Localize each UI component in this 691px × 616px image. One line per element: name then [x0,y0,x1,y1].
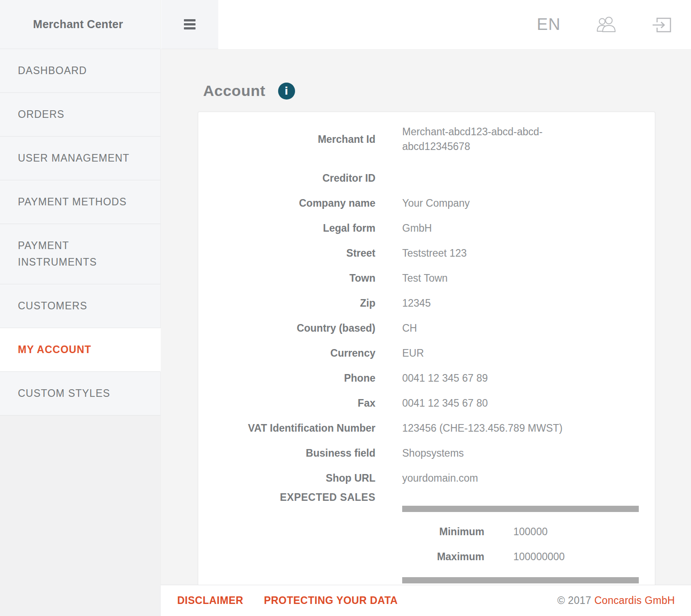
sidebar-item-custom-styles[interactable]: CUSTOM STYLES [0,372,161,416]
field-value: Test Town [402,271,448,286]
field-row-vat-identification-number: VAT Identification Number123456 (CHE-123… [198,416,655,441]
logout-icon[interactable] [652,15,672,34]
sidebar-item-label: USER MANAGEMENT [18,150,129,166]
field-value: CH [402,321,417,336]
field-label: Phone [198,371,375,385]
language-selector[interactable]: EN [537,15,561,34]
field-value: GmbH [402,221,432,236]
sidebar-item-label: DASHBOARD [18,62,87,79]
maximum-value: 100000000 [513,551,565,563]
field-row-country-based: Country (based)CH [198,316,655,341]
expected-sales-content: Minimum 100000 Maximum 100000000 [402,491,655,585]
disclaimer-link[interactable]: DISCLAIMER [177,595,243,607]
field-row-zip: Zip12345 [198,291,655,316]
copyright-prefix: © 2017 [557,595,594,606]
expected-sales-label: EXPECTED SALES [198,491,375,504]
sidebar-item-label: ORDERS [18,106,64,123]
sidebar-item-dashboard[interactable]: DASHBOARD [0,49,161,93]
sidebar-filler [0,416,161,616]
minimum-row: Minimum 100000 [402,519,639,544]
menu-toggle-button[interactable] [161,0,218,49]
app-title-container: Merchant Center [0,0,161,49]
field-row-phone: Phone0041 12 345 67 89 [198,366,655,391]
footer-links: DISCLAIMER PROTECTING YOUR DATA [177,595,398,607]
sidebar: Merchant Center DASHBOARDORDERSUSER MANA… [0,0,161,616]
minimum-value: 100000 [513,526,548,538]
sidebar-item-payment-methods[interactable]: PAYMENT METHODS [0,180,161,224]
field-label: Legal form [198,221,375,235]
account-panel: Merchant IdMerchant-abcd123-abcd-abcd-ab… [198,112,655,585]
sidebar-item-orders[interactable]: ORDERS [0,93,161,137]
field-label: Fax [198,396,375,410]
copyright-company-link[interactable]: Concardis GmbH [594,595,675,606]
field-label: Country (based) [198,321,375,335]
account-field-list: Merchant IdMerchant-abcd123-abcd-abcd-ab… [198,125,655,491]
field-value: EUR [402,346,424,361]
footer: DISCLAIMER PROTECTING YOUR DATA © 2017 C… [161,585,691,616]
field-value: 0041 12 345 67 89 [402,371,488,386]
field-label: Currency [198,346,375,360]
sidebar-nav: DASHBOARDORDERSUSER MANAGEMENTPAYMENT ME… [0,49,161,416]
topbar: EN [218,0,691,49]
sales-divider-bar-top [402,506,639,512]
hamburger-icon [184,19,196,29]
minimum-label: Minimum [402,526,484,538]
merchant-center-page: Merchant Center DASHBOARDORDERSUSER MANA… [0,0,691,616]
field-value: 12345 [402,296,431,311]
page-title-row: Account i [203,82,295,100]
page-title: Account [203,82,266,100]
sidebar-item-user-management[interactable]: USER MANAGEMENT [0,137,161,180]
field-row-creditor-id: Creditor ID [198,166,655,191]
sidebar-item-customers[interactable]: CUSTOMERS [0,284,161,328]
sidebar-item-label: PAYMENT INSTRUMENTS [18,237,142,271]
sidebar-item-label: MY ACCOUNT [18,341,92,358]
expected-sales-section: EXPECTED SALES Minimum 100000 Maximum 10… [198,491,655,585]
info-icon[interactable]: i [278,83,295,100]
maximum-label: Maximum [402,551,484,563]
users-icon[interactable] [595,17,617,33]
field-row-currency: CurrencyEUR [198,341,655,366]
sidebar-item-label: CUSTOM STYLES [18,385,110,402]
field-value: Teststreet 123 [402,246,466,261]
sidebar-item-label: CUSTOMERS [18,298,87,314]
field-label: Zip [198,296,375,310]
field-value: Your Company [402,196,470,211]
field-value: 123456 (CHE-123.456.789 MWST) [402,421,562,436]
field-value: yourdomain.com [402,471,478,486]
field-row-shop-url: Shop URLyourdomain.com [198,466,655,491]
field-row-town: TownTest Town [198,266,655,291]
copyright: © 2017 Concardis GmbH [557,595,675,607]
field-label: Company name [198,196,375,210]
app-title: Merchant Center [33,18,123,31]
sidebar-item-payment-instruments[interactable]: PAYMENT INSTRUMENTS [0,224,161,284]
field-row-merchant-id: Merchant IdMerchant-abcd123-abcd-abcd-ab… [198,125,655,154]
field-row-business-field: Business fieldShopsystems [198,441,655,466]
sidebar-item-label: PAYMENT METHODS [18,194,127,210]
field-label: Creditor ID [198,171,375,185]
sales-divider-bar-bottom [402,577,639,583]
field-row-legal-form: Legal formGmbH [198,216,655,241]
protecting-your-data-link[interactable]: PROTECTING YOUR DATA [264,595,398,607]
field-value: Merchant-abcd123-abcd-abcd-abcd12345678 [402,125,585,154]
field-row-street: StreetTeststreet 123 [198,241,655,266]
field-row-company-name: Company nameYour Company [198,191,655,216]
field-label: Town [198,271,375,285]
field-label: Shop URL [198,471,375,485]
field-label: Merchant Id [198,133,375,146]
field-value: 0041 12 345 67 80 [402,396,488,411]
field-value: Shopsystems [402,446,464,461]
field-row-fax: Fax0041 12 345 67 80 [198,391,655,416]
field-label: VAT Identification Number [198,421,375,435]
sidebar-item-my-account[interactable]: MY ACCOUNT [0,328,161,372]
maximum-row: Maximum 100000000 [402,544,639,569]
main-content: Account i Merchant IdMerchant-abcd123-ab… [161,49,691,585]
field-label: Business field [198,446,375,460]
field-label: Street [198,246,375,260]
